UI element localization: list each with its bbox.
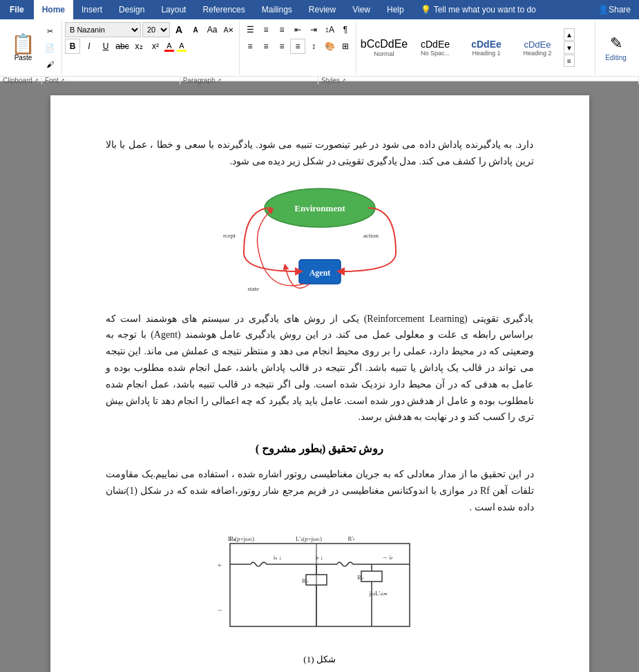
format-painter-button[interactable]: 🖌 <box>42 57 57 72</box>
styles-scroll-down[interactable]: ▼ <box>564 41 575 54</box>
svg-text:jωL'ₛᵢₘ: jωL'ₛᵢₘ <box>368 590 388 597</box>
sort-button[interactable]: ↕A <box>322 22 337 37</box>
circuit-svg: Rₛ L'ₛ(p+jω₀) R'ᵣ + − L'ₛ(p+jω₀) <box>216 530 423 640</box>
bold-button[interactable]: B <box>65 39 80 54</box>
svg-text:+: + <box>217 561 221 569</box>
numbering-button[interactable]: ≡ <box>258 22 274 37</box>
underline-button[interactable]: U <box>98 39 113 54</box>
align-right-button[interactable]: ≡ <box>274 39 289 54</box>
svg-text:iᵣ →: iᵣ → <box>381 554 393 561</box>
svg-rect-20 <box>361 571 382 582</box>
style-h2-preview: cDdEe <box>524 39 551 50</box>
align-left-button[interactable]: ≡ <box>242 39 258 54</box>
svg-text:−: − <box>217 606 221 614</box>
highlight-color-button[interactable]: A <box>177 41 187 52</box>
document-area: دارد. به یادگیرنده پاداش داده می شود در … <box>0 81 639 672</box>
line-spacing-button[interactable]: ↕ <box>306 39 321 54</box>
style-heading2[interactable]: cDdEe Heading 2 <box>513 26 562 69</box>
show-formatting-button[interactable]: ¶ <box>338 22 353 37</box>
svg-text:R'ᵣ: R'ᵣ <box>357 575 364 581</box>
tab-view[interactable]: View <box>344 0 379 19</box>
style-no-spacing[interactable]: cDdEe No Spac... <box>410 26 460 69</box>
paragraph-label[interactable]: Paragraph ↗ <box>180 77 318 84</box>
tab-design[interactable]: Design <box>111 0 153 19</box>
editing-panel[interactable]: ✎ Editing <box>595 21 636 75</box>
tab-insert[interactable]: Insert <box>73 0 111 19</box>
svg-text:action: action <box>363 232 379 239</box>
svg-text:L'ₛ(p+jω₀): L'ₛ(p+jω₀) <box>295 535 321 542</box>
font-name-select[interactable]: B Nazanin <box>65 22 141 37</box>
style-normal[interactable]: bCcDdEe Normal <box>359 26 409 69</box>
font-size-select[interactable]: 20 <box>142 22 170 37</box>
style-nospace-preview: cDdEe <box>421 39 450 50</box>
paragraph-1: دارد. به یادگیرنده پاداش داده می شود در … <box>106 137 534 170</box>
font-color-icon: A <box>166 41 171 50</box>
paragraph-3: در این تحقیق ما از مدار معادلی که به جری… <box>106 466 534 515</box>
italic-button[interactable]: I <box>82 39 97 54</box>
cut-button[interactable]: ✂ <box>42 23 57 39</box>
clipboard-label[interactable]: Clipboard ↗ <box>0 77 42 84</box>
paste-button[interactable]: 📋 Paste <box>7 33 39 63</box>
style-normal-preview: bCcDdEe <box>361 38 408 50</box>
paragraph-2: یادگیری تقویتی (Reinforcement Learning) … <box>106 311 534 426</box>
style-normal-label: Normal <box>374 50 394 57</box>
change-case-button[interactable]: Aa <box>204 22 220 37</box>
tab-file[interactable]: File <box>0 0 34 19</box>
center-button[interactable]: ≡ <box>258 39 274 54</box>
ribbon-bottom-labels: Clipboard ↗ Font ↗ Paragraph ↗ Styles ↗ <box>0 76 639 84</box>
borders-button[interactable]: ⊞ <box>338 39 353 54</box>
subscript-button[interactable]: x₂ <box>131 39 146 54</box>
svg-text:R'ᵣ: R'ᵣ <box>347 535 355 542</box>
clipboard-group: 📋 Paste ✂ 📄 🖌 <box>3 21 62 75</box>
tab-references[interactable]: References <box>194 0 253 19</box>
style-heading1[interactable]: cDdEe Heading 1 <box>461 26 511 69</box>
font-group: B Nazanin 20 A A Aa A✕ B I U abc x₂ x <box>62 21 240 75</box>
font-color-button[interactable]: A <box>164 41 174 52</box>
svg-text:Environment: Environment <box>294 203 345 213</box>
svg-text:state: state <box>247 285 259 292</box>
styles-scroll-up[interactable]: ▲ <box>564 28 575 41</box>
paragraph-group: ☰ ≡ ≡ ⇤ ⇥ ↕A ¶ ≡ ≡ ≡ ≡ ↕ 🎨 ⊞ <box>240 21 356 75</box>
document-page[interactable]: دارد. به یادگیرنده پاداش داده می شود در … <box>50 95 589 672</box>
style-nospace-label: No Spac... <box>421 50 450 57</box>
style-h1-label: Heading 1 <box>472 50 500 57</box>
multilevel-list-button[interactable]: ≡ <box>274 22 289 37</box>
tab-mailings[interactable]: Mailings <box>254 0 301 19</box>
decrease-indent-button[interactable]: ⇤ <box>290 22 305 37</box>
font-label[interactable]: Font ↗ <box>42 77 180 84</box>
tab-review[interactable]: Review <box>301 0 344 19</box>
shading-button[interactable]: 🎨 <box>322 39 337 54</box>
tab-share[interactable]: 👤 Share <box>590 0 639 19</box>
highlight-icon: A <box>179 41 184 50</box>
tab-layout[interactable]: Layout <box>153 0 194 19</box>
share-icon: 👤 <box>598 5 609 15</box>
styles-expand[interactable]: ≡ <box>564 55 575 67</box>
strikethrough-button[interactable]: abc <box>115 39 130 54</box>
bullets-button[interactable]: ☰ <box>242 22 258 37</box>
styles-label[interactable]: Styles ↗ <box>318 77 639 84</box>
tab-home[interactable]: Home <box>34 0 73 19</box>
tab-help[interactable]: Help <box>379 0 412 19</box>
paste-label: Paste <box>15 54 32 61</box>
styles-scroll-controls: ▲ ▼ ≡ <box>564 28 575 67</box>
clear-format-button[interactable]: A✕ <box>221 22 236 37</box>
figure1-caption: شکل (1) <box>106 654 534 665</box>
ribbon: 📋 Paste ✂ 📄 🖌 B Nazanin 20 <box>0 19 639 81</box>
section-heading: روش تحقیق (بطور مشروح ) <box>106 442 534 455</box>
svg-text:percept: percept <box>223 232 236 239</box>
ribbon-tabs: File Home Insert Design Layout Reference… <box>0 0 639 19</box>
editing-label: Editing <box>605 54 627 61</box>
tab-tell-me[interactable]: 💡 Tell me what you want to do <box>412 0 544 19</box>
svg-text:R'ᵣ: R'ᵣ <box>302 578 309 584</box>
svg-text:L'ₛ(p+jω₀): L'ₛ(p+jω₀) <box>227 535 254 542</box>
copy-button[interactable]: 📄 <box>42 40 57 55</box>
decrease-font-button[interactable]: A <box>188 22 203 37</box>
increase-indent-button[interactable]: ⇥ <box>306 22 321 37</box>
justify-button[interactable]: ≡ <box>290 39 305 54</box>
increase-font-button[interactable]: A <box>171 22 187 37</box>
paste-icon: 📋 <box>11 35 35 54</box>
superscript-button[interactable]: x² <box>148 39 163 54</box>
editing-icon: ✎ <box>610 35 622 52</box>
paragraph-expand-icon: ↗ <box>217 77 222 84</box>
style-h1-preview: cDdEe <box>471 39 502 50</box>
